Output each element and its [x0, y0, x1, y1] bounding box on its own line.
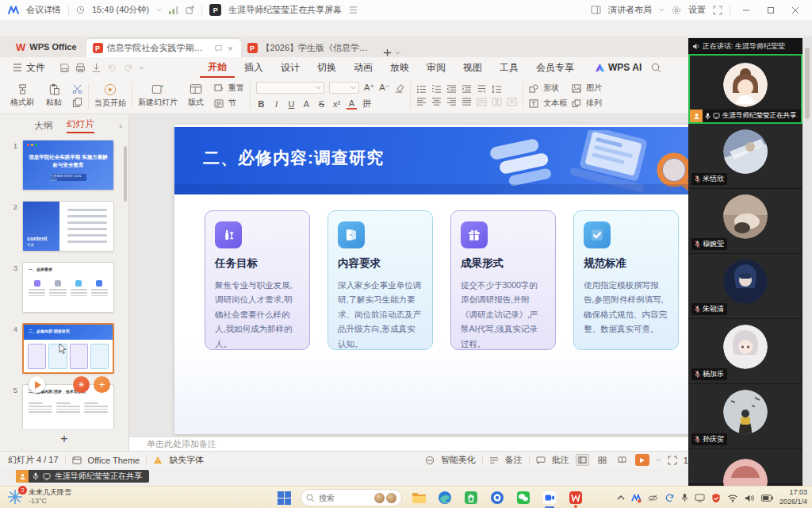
shrink-font-button[interactable]: A⁻ — [379, 83, 389, 93]
taskbar-clock[interactable]: 17:03 2026/1/4 — [779, 488, 807, 506]
browser-app-icon[interactable] — [488, 488, 507, 507]
tab-transition[interactable]: 切换 — [309, 59, 344, 77]
arrange-button[interactable]: 排列 — [572, 98, 602, 109]
comment-bubble-icon[interactable] — [215, 44, 222, 52]
tab-slideshow[interactable]: 放映 — [382, 59, 417, 77]
tab-review[interactable]: 审阅 — [419, 59, 454, 77]
clear-format-icon[interactable] — [394, 83, 404, 93]
layout-button[interactable]: 版式 — [182, 83, 209, 108]
tab-outline[interactable]: 大纲 — [34, 120, 52, 132]
paste-button[interactable]: 粘贴 — [40, 83, 67, 108]
underline-button[interactable]: U — [286, 99, 297, 109]
play-from-slide-button[interactable] — [29, 376, 45, 393]
section-button[interactable]: 节 — [214, 98, 244, 109]
tab-close-icon[interactable]: × — [226, 44, 234, 53]
notes-button[interactable]: 备注 — [505, 454, 523, 466]
font-color-button[interactable]: A — [347, 98, 357, 110]
sharing-toast[interactable]: 生涯导师纪莹莹正在共享 — [16, 470, 149, 483]
grow-font-button[interactable]: A⁺ — [364, 83, 374, 93]
tray-eye-off-icon[interactable] — [648, 494, 658, 502]
search-input[interactable] — [319, 494, 362, 502]
tray-input-guard-icon[interactable] — [711, 493, 721, 503]
slide-thumb-1[interactable]: 1 信息学院社会实践学期 实施方案解析与安全教育 主讲老师 纪莹莹 2026-2… — [8, 140, 122, 190]
wechat-icon[interactable] — [514, 488, 533, 507]
current-slide[interactable]: 二、必修内容:调查研究 任务目标 聚焦专业与职业发展,调研岗位人才需求,明确社会… — [174, 125, 730, 434]
taskbar-search[interactable] — [301, 489, 402, 506]
smart-feature-button[interactable]: ✳ — [73, 376, 90, 393]
numbered-list-icon[interactable] — [431, 85, 442, 94]
volume-icon[interactable] — [745, 494, 755, 502]
collapse-panel-icon[interactable]: ‹ — [119, 121, 122, 130]
wifi-icon[interactable] — [727, 494, 738, 502]
meeting-app-icon[interactable] — [540, 488, 559, 507]
popout-icon[interactable] — [186, 6, 194, 14]
pinyin-button[interactable]: 拼 — [362, 98, 372, 110]
columns-icon[interactable] — [492, 98, 502, 106]
decrease-indent-icon[interactable] — [446, 85, 457, 94]
thumbnail[interactable]: 一、总体要求 — [22, 262, 114, 313]
meeting-details-button[interactable]: 会议详情 — [26, 4, 61, 16]
tray-display-icon[interactable] — [695, 494, 705, 502]
slide-sorter-button[interactable] — [596, 454, 609, 466]
slide-thumb-4-selected[interactable]: 4 二、必修内容:调查研究 — [8, 323, 122, 374]
chevron-down-icon[interactable] — [139, 65, 144, 71]
tab-view[interactable]: 视图 — [455, 59, 490, 77]
speaker-layout-button[interactable]: 演讲者布局 — [608, 4, 652, 16]
strikethrough-button[interactable]: S — [316, 99, 327, 109]
slide-thumb-3[interactable]: 3 一、总体要求 — [8, 262, 122, 313]
close-button[interactable] — [787, 3, 804, 17]
chevron-down-icon[interactable] — [656, 457, 661, 463]
normal-view-button[interactable] — [576, 454, 589, 466]
scrollbar-thumb[interactable] — [805, 48, 810, 119]
slide-thumb-2[interactable]: 2 content 目录 — [8, 201, 122, 252]
redo-icon[interactable] — [123, 63, 133, 73]
edge-browser-icon[interactable] — [435, 488, 454, 507]
chevron-down-icon[interactable] — [659, 7, 665, 13]
sharing-menu-icon[interactable] — [349, 6, 358, 13]
char-border-button[interactable]: A — [301, 99, 312, 109]
tray-expand-icon[interactable] — [617, 495, 625, 501]
textbox-button[interactable]: 文本框 — [529, 98, 567, 109]
participant-tile-partial[interactable] — [688, 449, 802, 484]
search-icon[interactable] — [651, 63, 661, 73]
export-icon[interactable] — [91, 63, 102, 73]
format-painter-button[interactable]: 格式刷 — [9, 83, 36, 108]
quick-add-button[interactable]: + — [94, 376, 110, 393]
wps-ai-button[interactable]: WPS AI — [595, 62, 642, 73]
reading-view-button[interactable] — [615, 454, 629, 466]
beautify-button[interactable]: 智能美化 — [441, 454, 476, 466]
justify-icon[interactable] — [462, 98, 472, 106]
bullet-list-icon[interactable] — [416, 85, 427, 94]
increase-indent-icon[interactable] — [462, 85, 472, 94]
weather-widget[interactable]: 2 未来几天降雪 -13°C — [6, 488, 71, 506]
thumbnail[interactable]: 二、必修内容:调查研究 — [22, 323, 114, 374]
tab-tools[interactable]: 工具 — [492, 59, 527, 77]
chevron-down-icon[interactable] — [395, 50, 400, 56]
undo-icon[interactable] — [107, 63, 117, 73]
fullscreen-icon[interactable] — [713, 6, 722, 15]
file-menu-button[interactable]: 文件 — [6, 61, 52, 75]
new-slide-button[interactable]: 新建幻灯片 — [138, 83, 178, 108]
maximize-button[interactable] — [762, 3, 779, 17]
font-size-select[interactable] — [329, 82, 359, 94]
participant-tile[interactable]: 米恬欣 — [688, 124, 802, 189]
participant-tile[interactable]: 孙庆贺 — [688, 384, 802, 449]
theme-name[interactable]: Office Theme — [88, 456, 140, 465]
bold-button[interactable]: B — [256, 99, 266, 109]
tab-design[interactable]: 设计 — [273, 59, 308, 77]
picture-button[interactable]: 图片 — [572, 83, 602, 94]
slideshow-play-button[interactable] — [635, 454, 649, 466]
distribute-icon[interactable] — [477, 98, 487, 106]
settings-button[interactable]: 设置 — [688, 4, 706, 16]
video-panel-scrollbar[interactable] — [802, 37, 812, 486]
superscript-button[interactable]: x² — [331, 99, 342, 109]
missing-font-warning[interactable]: 缺失字体 — [169, 454, 204, 466]
thumbnail[interactable]: content 目录 — [22, 201, 114, 252]
participant-tile[interactable]: 穆婉莹 — [688, 189, 802, 254]
start-button[interactable] — [274, 488, 293, 507]
meeting-timer[interactable]: 15:49 (40分钟) — [92, 4, 149, 16]
doc-tab-active[interactable]: P 信息学院社会实践学期实施方... × — [86, 39, 241, 57]
wps-home-tab[interactable]: W WPS Office — [6, 37, 86, 57]
cut-icon[interactable] — [72, 84, 82, 94]
fit-window-icon[interactable] — [668, 456, 677, 465]
